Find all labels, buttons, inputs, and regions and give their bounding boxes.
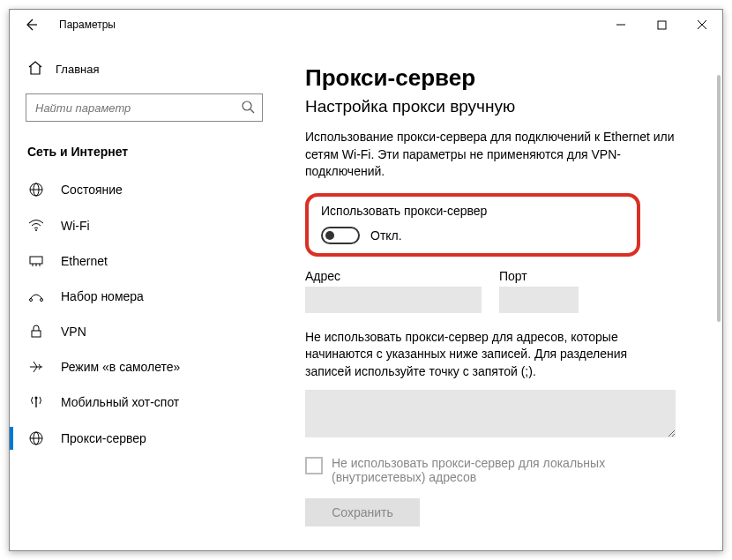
sidebar-item-label: Набор номера <box>61 289 144 303</box>
sidebar-item-label: Состояние <box>61 183 123 197</box>
globe-icon <box>27 182 45 198</box>
sidebar-item-ethernet[interactable]: Ethernet <box>10 243 279 279</box>
sidebar-item-wifi[interactable]: Wi-Fi <box>10 208 279 243</box>
sidebar: Главная Сеть и Интернет Состояние Wi <box>10 40 279 550</box>
section-subtitle: Настройка прокси вручную <box>305 97 705 116</box>
sidebar-item-dialup[interactable]: Набор номера <box>10 279 279 314</box>
maximize-icon <box>657 20 667 30</box>
sidebar-item-hotspot[interactable]: Мобильный хот-спот <box>10 385 279 420</box>
arrow-left-icon <box>24 18 38 32</box>
svg-rect-2 <box>658 21 666 29</box>
back-button[interactable] <box>19 12 43 37</box>
address-label: Адрес <box>305 269 482 283</box>
proxy-toggle-state: Откл. <box>370 228 402 243</box>
close-button[interactable] <box>682 11 722 38</box>
address-input[interactable] <box>305 287 482 313</box>
search-input[interactable] <box>34 101 241 116</box>
globe-icon <box>27 430 45 446</box>
window-title: Параметры <box>59 19 116 31</box>
titlebar: Параметры <box>10 10 722 40</box>
ethernet-icon <box>27 255 45 267</box>
sidebar-item-label: Режим «в самолете» <box>61 360 180 374</box>
local-addresses-label: Не использовать прокси-сервер для локаль… <box>332 456 676 484</box>
svg-point-5 <box>243 101 251 110</box>
sidebar-item-label: Прокси-сервер <box>61 431 146 445</box>
exceptions-description: Не использовать прокси-сервер для адресо… <box>305 329 676 381</box>
minimize-button[interactable] <box>601 11 641 38</box>
search-input-container[interactable] <box>26 93 263 122</box>
vpn-icon <box>27 325 45 339</box>
airplane-icon <box>27 360 45 374</box>
svg-point-10 <box>35 229 37 231</box>
address-port-row: Адрес Порт <box>305 269 705 313</box>
svg-rect-11 <box>30 257 42 264</box>
search-icon <box>241 100 255 116</box>
section-description: Использование прокси-сервера для подключ… <box>305 129 676 181</box>
proxy-toggle-label: Использовать прокси-сервер <box>321 204 624 218</box>
toggle-knob <box>325 231 334 240</box>
sidebar-item-status[interactable]: Состояние <box>10 171 279 208</box>
wifi-icon <box>27 220 45 232</box>
home-label: Главная <box>56 63 99 76</box>
svg-rect-17 <box>32 331 41 337</box>
port-input[interactable] <box>499 287 579 313</box>
port-field: Порт <box>499 269 579 313</box>
svg-point-19 <box>35 397 38 399</box>
local-addresses-checkbox[interactable] <box>305 457 323 474</box>
sidebar-item-proxy[interactable]: Прокси-сервер <box>10 420 279 457</box>
address-field: Адрес <box>305 269 482 313</box>
port-label: Порт <box>499 269 579 283</box>
hotspot-icon <box>27 395 45 409</box>
local-addresses-row[interactable]: Не использовать прокси-сервер для локаль… <box>305 456 676 484</box>
proxy-toggle[interactable] <box>321 227 360 244</box>
page-title: Прокси-сервер <box>305 64 705 92</box>
window-body: Главная Сеть и Интернет Состояние Wi <box>10 40 722 550</box>
home-link[interactable]: Главная <box>10 56 279 86</box>
svg-point-16 <box>41 299 43 302</box>
minimize-icon <box>616 19 626 30</box>
home-icon <box>27 61 43 78</box>
maximize-button[interactable] <box>641 11 682 38</box>
sidebar-item-vpn[interactable]: VPN <box>10 314 279 349</box>
section-header: Сеть и Интернет <box>10 139 279 171</box>
sidebar-item-label: VPN <box>61 325 86 339</box>
close-icon <box>697 19 707 30</box>
sidebar-item-airplane[interactable]: Режим «в самолете» <box>10 349 279 385</box>
proxy-toggle-row: Откл. <box>321 227 624 244</box>
sidebar-item-label: Мобильный хот-спот <box>61 395 179 409</box>
svg-point-15 <box>30 299 33 302</box>
sidebar-item-label: Ethernet <box>61 254 108 268</box>
sidebar-item-label: Wi-Fi <box>61 219 90 233</box>
svg-line-6 <box>250 109 254 113</box>
window-controls <box>601 11 722 38</box>
exceptions-input[interactable] <box>305 390 676 437</box>
save-button[interactable]: Сохранить <box>305 498 420 526</box>
highlight-annotation: Использовать прокси-сервер Откл. <box>305 193 640 257</box>
settings-window: Параметры Главная <box>9 9 723 551</box>
main-panel: Прокси-сервер Настройка прокси вручную И… <box>279 40 722 550</box>
dialup-icon <box>27 290 45 302</box>
scrollbar[interactable] <box>717 75 721 322</box>
